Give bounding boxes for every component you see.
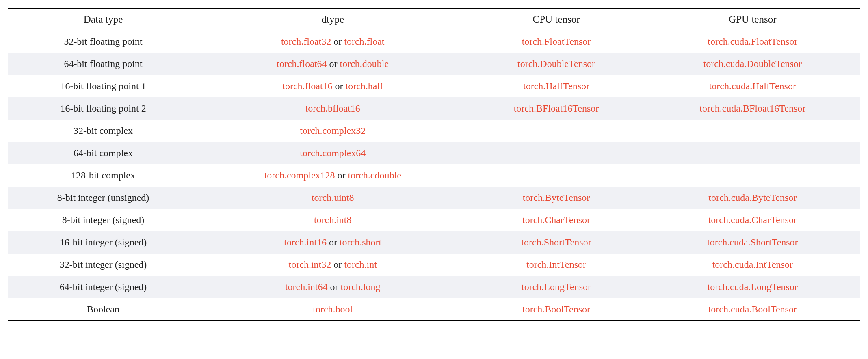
cell-gpu-tensor: torch.cuda.BFloat16Tensor xyxy=(645,97,860,120)
cell-gpu-tensor: torch.cuda.ShortTensor xyxy=(645,231,860,254)
dtype-alias: torch.cdouble xyxy=(348,170,401,181)
table-row: 32-bit integer (signed)torch.int32 or to… xyxy=(8,254,860,276)
or-text: or xyxy=(331,36,344,47)
dtype-primary: torch.complex128 xyxy=(264,170,335,181)
dtype-primary: torch.int8 xyxy=(314,215,352,225)
gpu-tensor-value: torch.cuda.BoolTensor xyxy=(708,304,797,314)
dtype-alias: torch.long xyxy=(341,282,381,292)
gpu-tensor-value: torch.cuda.IntTensor xyxy=(712,259,793,270)
dtype-primary: torch.float32 xyxy=(281,36,331,47)
cell-cpu-tensor: torch.DoubleTensor xyxy=(467,53,645,75)
gpu-tensor-value: torch.cuda.CharTensor xyxy=(708,215,797,225)
cell-cpu-tensor: torch.IntTensor xyxy=(467,254,645,276)
table-header-row: Data type dtype CPU tensor GPU tensor xyxy=(8,9,860,30)
table-row: 64-bit integer (signed)torch.int64 or to… xyxy=(8,276,860,298)
dtype-primary: torch.bfloat16 xyxy=(305,103,360,114)
cell-dtype: torch.int32 or torch.int xyxy=(198,254,467,276)
cell-cpu-tensor xyxy=(467,142,645,164)
cpu-tensor-value: torch.DoubleTensor xyxy=(517,58,595,69)
or-text: or xyxy=(327,237,340,247)
cell-cpu-tensor: torch.ByteTensor xyxy=(467,187,645,209)
dtype-alias: torch.int xyxy=(344,259,377,270)
gpu-tensor-value: torch.cuda.FloatTensor xyxy=(708,36,797,47)
dtype-table: Data type dtype CPU tensor GPU tensor 32… xyxy=(8,8,860,321)
cell-data-type: 64-bit complex xyxy=(8,142,198,164)
cell-gpu-tensor: torch.cuda.LongTensor xyxy=(645,276,860,298)
dtype-alias: torch.half xyxy=(346,81,383,91)
cell-data-type: 32-bit integer (signed) xyxy=(8,254,198,276)
cell-cpu-tensor: torch.CharTensor xyxy=(467,209,645,231)
table-row: 8-bit integer (signed)torch.int8torch.Ch… xyxy=(8,209,860,231)
cell-gpu-tensor xyxy=(645,120,860,142)
cell-gpu-tensor: torch.cuda.BoolTensor xyxy=(645,298,860,321)
table-row: 32-bit complextorch.complex32 xyxy=(8,120,860,142)
cell-cpu-tensor xyxy=(467,120,645,142)
cell-data-type: 8-bit integer (unsigned) xyxy=(8,187,198,209)
cell-data-type: 16-bit integer (signed) xyxy=(8,231,198,254)
cpu-tensor-value: torch.LongTensor xyxy=(522,282,591,292)
cpu-tensor-value: torch.ShortTensor xyxy=(521,237,591,247)
cpu-tensor-value: torch.ByteTensor xyxy=(523,192,590,203)
cell-gpu-tensor: torch.cuda.ByteTensor xyxy=(645,187,860,209)
cell-cpu-tensor xyxy=(467,164,645,187)
gpu-tensor-value: torch.cuda.LongTensor xyxy=(708,282,798,292)
dtype-alias: torch.float xyxy=(344,36,384,47)
table-row: 16-bit integer (signed)torch.int16 or to… xyxy=(8,231,860,254)
dtype-primary: torch.int16 xyxy=(284,237,327,247)
dtype-primary: torch.bool xyxy=(313,304,353,314)
table-row: 64-bit floating pointtorch.float64 or to… xyxy=(8,53,860,75)
cpu-tensor-value: torch.CharTensor xyxy=(522,215,590,225)
cpu-tensor-value: torch.FloatTensor xyxy=(522,36,591,47)
dtype-alias: torch.short xyxy=(340,237,381,247)
table-row: Booleantorch.booltorch.BoolTensortorch.c… xyxy=(8,298,860,321)
table-row: 64-bit complextorch.complex64 xyxy=(8,142,860,164)
cell-dtype: torch.float32 or torch.float xyxy=(198,30,467,53)
header-gpu-tensor: GPU tensor xyxy=(645,9,860,30)
or-text: or xyxy=(333,81,346,91)
cell-cpu-tensor: torch.BFloat16Tensor xyxy=(467,97,645,120)
cell-gpu-tensor: torch.cuda.IntTensor xyxy=(645,254,860,276)
cell-gpu-tensor: torch.cuda.HalfTensor xyxy=(645,75,860,97)
gpu-tensor-value: torch.cuda.HalfTensor xyxy=(709,81,796,91)
cell-dtype: torch.complex32 xyxy=(198,120,467,142)
cell-dtype: torch.complex64 xyxy=(198,142,467,164)
cell-gpu-tensor: torch.cuda.CharTensor xyxy=(645,209,860,231)
table-row: 8-bit integer (unsigned)torch.uint8torch… xyxy=(8,187,860,209)
cell-cpu-tensor: torch.FloatTensor xyxy=(467,30,645,53)
cpu-tensor-value: torch.HalfTensor xyxy=(523,81,589,91)
cell-dtype: torch.bfloat16 xyxy=(198,97,467,120)
cell-data-type: 16-bit floating point 2 xyxy=(8,97,198,120)
cell-data-type: 32-bit complex xyxy=(8,120,198,142)
table-row: 16-bit floating point 1torch.float16 or … xyxy=(8,75,860,97)
gpu-tensor-value: torch.cuda.DoubleTensor xyxy=(703,58,802,69)
cell-dtype: torch.float16 or torch.half xyxy=(198,75,467,97)
or-text: or xyxy=(331,259,344,270)
cpu-tensor-value: torch.BFloat16Tensor xyxy=(514,103,599,114)
dtype-primary: torch.complex64 xyxy=(300,148,366,158)
cell-dtype: torch.int8 xyxy=(198,209,467,231)
cell-gpu-tensor: torch.cuda.FloatTensor xyxy=(645,30,860,53)
or-text: or xyxy=(327,58,340,69)
cell-data-type: 8-bit integer (signed) xyxy=(8,209,198,231)
cell-data-type: Boolean xyxy=(8,298,198,321)
cell-data-type: 64-bit integer (signed) xyxy=(8,276,198,298)
cell-data-type: 128-bit complex xyxy=(8,164,198,187)
cpu-tensor-value: torch.BoolTensor xyxy=(522,304,590,314)
or-text: or xyxy=(335,170,348,181)
cell-dtype: torch.float64 or torch.double xyxy=(198,53,467,75)
header-data-type: Data type xyxy=(8,9,198,30)
cell-data-type: 64-bit floating point xyxy=(8,53,198,75)
dtype-primary: torch.uint8 xyxy=(312,192,354,203)
cell-gpu-tensor: torch.cuda.DoubleTensor xyxy=(645,53,860,75)
table-row: 16-bit floating point 2torch.bfloat16tor… xyxy=(8,97,860,120)
table-row: 32-bit floating pointtorch.float32 or to… xyxy=(8,30,860,53)
cell-dtype: torch.uint8 xyxy=(198,187,467,209)
cell-dtype: torch.int64 or torch.long xyxy=(198,276,467,298)
gpu-tensor-value: torch.cuda.ByteTensor xyxy=(708,192,797,203)
cell-gpu-tensor xyxy=(645,142,860,164)
cell-dtype: torch.bool xyxy=(198,298,467,321)
dtype-alias: torch.double xyxy=(340,58,389,69)
cell-data-type: 16-bit floating point 1 xyxy=(8,75,198,97)
header-dtype: dtype xyxy=(198,9,467,30)
cell-data-type: 32-bit floating point xyxy=(8,30,198,53)
